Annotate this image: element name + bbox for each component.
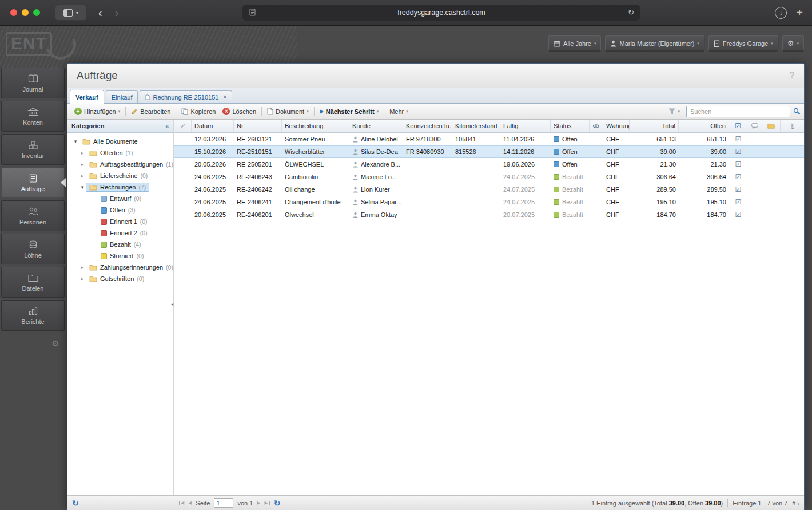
document-button[interactable]: Dokument ▾	[264, 106, 312, 117]
check-icon: ☑	[735, 186, 742, 193]
sidebar-item-berichte[interactable]: Berichte	[1, 300, 65, 331]
sidebar-item-loehne[interactable]: Löhne	[1, 234, 65, 264]
col-attachments[interactable]	[781, 120, 804, 132]
company-menu-button[interactable]: Freddys Garage ▾	[708, 35, 778, 51]
invoice-row[interactable]: 12.03.2026 RE-2603121 Sommer Pneu Aline …	[174, 133, 804, 145]
close-window-button[interactable]	[10, 9, 17, 16]
last-page-button[interactable]: ▶	[264, 501, 269, 505]
tab-verkauf[interactable]: Verkauf	[70, 90, 104, 104]
category-color-icon	[101, 196, 107, 202]
tab-rechnung[interactable]: Rechnung RE-2510151 ×	[140, 90, 232, 103]
col-datum[interactable]: Datum	[192, 120, 234, 132]
cell-waehrung: CHF	[603, 186, 630, 193]
sidebar-item-auftraege[interactable]: Aufträge	[1, 167, 65, 198]
col-kennzeichen[interactable]: Kennzeichen fü...	[403, 120, 452, 132]
invoice-row[interactable]: 20.06.2025 RE-2406201 Ölwechsel Emma Okt…	[174, 208, 804, 221]
invoice-row[interactable]: 24.06.2025 RE-2406243 Cambio olio Maxime…	[174, 171, 804, 183]
invoice-row[interactable]: 24.06.2025 RE-2406242 Oil change Lion Ku…	[174, 183, 804, 196]
user-menu-button[interactable]: Maria Muster (Eigentümer) ▾	[605, 35, 704, 51]
col-positions[interactable]: ☑	[729, 120, 747, 132]
next-step-button[interactable]: Nächster Schritt ▾	[316, 106, 383, 117]
category-item[interactable]: Entwurf (0)	[67, 193, 173, 204]
column-count-button[interactable]: # ▾	[792, 500, 799, 507]
panel-splitter[interactable]: ◂	[173, 120, 174, 495]
category-item[interactable]: Offen (3)	[67, 204, 173, 216]
col-edit[interactable]	[174, 120, 192, 132]
first-page-button[interactable]: ◀	[179, 501, 184, 505]
category-item[interactable]: Auftragsbestätigungen (1)	[67, 159, 173, 170]
category-item[interactable]: Zahlungserinnerungen (0)	[67, 262, 173, 273]
expander-icon[interactable]	[79, 264, 86, 270]
sidebar-item-dateien[interactable]: Dateien	[1, 267, 65, 298]
invoice-row[interactable]: 24.06.2025 RE-2406241 Changement d'huile…	[174, 196, 804, 208]
sidebar-item-journal[interactable]: Journal	[1, 68, 65, 98]
category-item[interactable]: Rechnungen (7)	[67, 181, 173, 193]
sidebar-item-konten[interactable]: Konten	[1, 101, 65, 132]
expander-icon[interactable]	[72, 139, 79, 144]
col-offen[interactable]: Offen	[679, 120, 729, 132]
help-button[interactable]: ?	[789, 70, 795, 81]
category-item[interactable]: Erinnert 2 (0)	[67, 227, 173, 239]
sidebar-item-personen[interactable]: Personen	[1, 200, 65, 231]
categories-header: Kategorien «	[67, 120, 173, 133]
col-files[interactable]	[762, 120, 781, 132]
category-item[interactable]: Alle Dokumente	[67, 136, 173, 147]
prev-page-button[interactable]: ◀	[188, 501, 192, 505]
refresh-icon[interactable]: ↻	[72, 499, 79, 507]
new-tab-button[interactable]: +	[796, 7, 803, 18]
add-button[interactable]: + Hinzufügen ▾	[71, 106, 124, 117]
category-item[interactable]: Gutschriften (0)	[67, 273, 173, 284]
refresh-icon[interactable]: ↻	[274, 499, 281, 507]
tab-einkauf[interactable]: Einkauf	[106, 90, 138, 103]
collapse-panel-button[interactable]: «	[165, 122, 169, 129]
delete-button[interactable]: × Löschen	[219, 106, 260, 117]
category-item[interactable]: Storniert (0)	[67, 250, 173, 262]
category-item[interactable]: Erinnert 1 (0)	[67, 216, 173, 227]
search-input[interactable]	[686, 106, 790, 117]
settings-menu-button[interactable]: ⚙ ▾	[782, 35, 804, 51]
zoom-window-button[interactable]	[33, 9, 40, 16]
search-button[interactable]	[793, 108, 801, 115]
col-kunde[interactable]: Kunde	[349, 120, 403, 132]
sidebar-toggle-button[interactable]: ▾	[55, 5, 87, 21]
cell-offen: 651.13	[679, 136, 729, 143]
col-waehrung[interactable]: Währung	[603, 120, 630, 132]
category-item[interactable]: Lieferscheine (0)	[67, 170, 173, 181]
invoice-row[interactable]: 20.05.2026 RE-2505201 ÖLWECHSEL Alexandr…	[174, 158, 804, 171]
filter-button[interactable]: ▾	[665, 106, 683, 116]
expander-icon[interactable]	[79, 150, 86, 156]
sidebar-item-label: Journal	[22, 86, 43, 93]
col-nr[interactable]: Nr.	[234, 120, 282, 132]
col-faellig[interactable]: Fällig	[500, 120, 551, 132]
col-comments[interactable]	[747, 120, 762, 132]
col-kilometerstand[interactable]: Kilometerstand	[452, 120, 500, 132]
expander-icon[interactable]	[79, 173, 86, 179]
next-page-button[interactable]: ▶	[257, 501, 260, 505]
year-filter-button[interactable]: Alle Jahre ▾	[548, 35, 601, 51]
col-status[interactable]: Status	[551, 120, 590, 132]
page-input[interactable]	[214, 498, 233, 508]
col-total[interactable]: Total	[630, 120, 679, 132]
invoice-row[interactable]: 15.10.2026 RE-2510151 Wischerblätter Sil…	[174, 145, 804, 158]
downloads-button[interactable]: ↓	[775, 7, 787, 19]
close-icon[interactable]: ×	[223, 94, 226, 100]
forward-button[interactable]: ›	[115, 6, 119, 19]
expander-icon[interactable]	[79, 184, 86, 190]
col-visibility[interactable]	[590, 120, 603, 132]
sidebar-item-inventar[interactable]: Inventar	[1, 134, 65, 165]
more-button[interactable]: Mehr ▾	[386, 106, 412, 117]
col-beschreibung[interactable]: Beschreibung	[282, 120, 349, 132]
url-bar[interactable]: freddysgarage.cashctrl.com ↻	[242, 5, 640, 21]
category-item[interactable]: Bezahlt (4)	[67, 239, 173, 250]
copy-button[interactable]: Kopieren	[178, 106, 219, 117]
expander-icon[interactable]	[79, 276, 86, 282]
collapse-handle-icon[interactable]: ◂	[171, 302, 173, 307]
back-button[interactable]: ‹	[98, 6, 102, 19]
category-item[interactable]: Offerten (1)	[67, 147, 173, 159]
nav-settings-gear-icon[interactable]: ⚙	[0, 339, 59, 348]
cell-status: Offen	[551, 148, 590, 155]
minimize-window-button[interactable]	[22, 9, 29, 16]
edit-button[interactable]: Bearbeiten	[128, 106, 174, 117]
expander-icon[interactable]	[79, 161, 86, 167]
reload-button[interactable]: ↻	[628, 8, 634, 17]
